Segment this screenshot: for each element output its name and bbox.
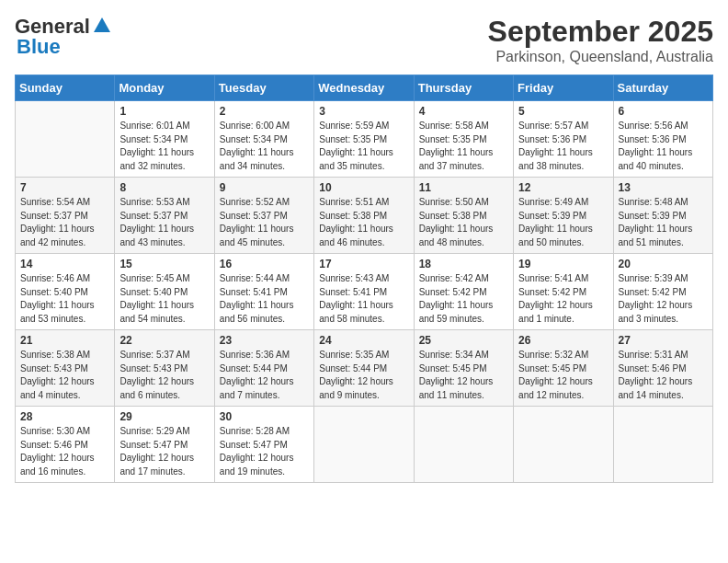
calendar-week-row: 14Sunrise: 5:46 AMSunset: 5:40 PMDayligh… (16, 254, 713, 330)
day-number: 5 (518, 105, 608, 118)
day-header-sunday: Sunday (16, 75, 115, 101)
calendar-cell: 9Sunrise: 5:52 AMSunset: 5:37 PMDaylight… (214, 178, 313, 254)
calendar-cell: 27Sunrise: 5:31 AMSunset: 5:46 PMDayligh… (613, 330, 712, 407)
day-number: 18 (419, 258, 508, 270)
logo: General Blue (15, 15, 112, 59)
calendar-cell: 17Sunrise: 5:43 AMSunset: 5:41 PMDayligh… (314, 254, 414, 330)
calendar-cell: 7Sunrise: 5:54 AMSunset: 5:37 PMDaylight… (16, 178, 115, 254)
title-section: September 2025 Parkinson, Queensland, Au… (488, 15, 713, 65)
calendar-cell (314, 407, 414, 483)
day-header-thursday: Thursday (414, 75, 513, 101)
day-header-wednesday: Wednesday (314, 75, 414, 101)
day-number: 6 (619, 105, 708, 118)
calendar-cell (514, 407, 613, 483)
calendar-table: SundayMondayTuesdayWednesdayThursdayFrid… (15, 75, 713, 483)
calendar-cell: 24Sunrise: 5:35 AMSunset: 5:44 PMDayligh… (314, 330, 414, 407)
calendar-cell (414, 407, 513, 483)
day-number: 13 (619, 181, 708, 194)
day-info: Sunrise: 5:51 AMSunset: 5:38 PMDaylight:… (319, 196, 408, 249)
calendar-cell: 10Sunrise: 5:51 AMSunset: 5:38 PMDayligh… (314, 178, 414, 254)
calendar-cell: 15Sunrise: 5:45 AMSunset: 5:40 PMDayligh… (115, 254, 214, 330)
day-number: 29 (119, 410, 209, 423)
day-info: Sunrise: 5:49 AMSunset: 5:39 PMDaylight:… (518, 196, 608, 249)
day-info: Sunrise: 5:35 AMSunset: 5:44 PMDaylight:… (319, 349, 408, 402)
page-header: General Blue September 2025 Parkinson, Q… (15, 15, 713, 65)
calendar-cell: 6Sunrise: 5:56 AMSunset: 5:36 PMDaylight… (613, 101, 712, 178)
day-header-friday: Friday (514, 75, 613, 101)
day-info: Sunrise: 5:36 AMSunset: 5:44 PMDaylight:… (220, 349, 309, 402)
day-info: Sunrise: 5:37 AMSunset: 5:43 PMDaylight:… (119, 349, 209, 402)
calendar-title: September 2025 (488, 15, 713, 49)
day-number: 3 (319, 105, 408, 118)
day-info: Sunrise: 5:48 AMSunset: 5:39 PMDaylight:… (619, 196, 708, 249)
day-number: 7 (20, 181, 109, 194)
calendar-cell: 30Sunrise: 5:28 AMSunset: 5:47 PMDayligh… (214, 407, 313, 483)
calendar-week-row: 28Sunrise: 5:30 AMSunset: 5:46 PMDayligh… (16, 407, 713, 483)
day-number: 22 (119, 334, 209, 347)
day-number: 21 (20, 334, 109, 347)
day-number: 8 (119, 181, 209, 194)
day-info: Sunrise: 5:54 AMSunset: 5:37 PMDaylight:… (20, 196, 109, 249)
calendar-cell: 28Sunrise: 5:30 AMSunset: 5:46 PMDayligh… (16, 407, 115, 483)
day-header-saturday: Saturday (613, 75, 712, 101)
day-info: Sunrise: 5:43 AMSunset: 5:41 PMDaylight:… (319, 272, 408, 326)
day-info: Sunrise: 5:31 AMSunset: 5:46 PMDaylight:… (619, 349, 708, 402)
day-info: Sunrise: 6:01 AMSunset: 5:34 PMDaylight:… (119, 120, 209, 173)
day-number: 17 (319, 258, 408, 270)
day-info: Sunrise: 5:44 AMSunset: 5:41 PMDaylight:… (220, 272, 309, 326)
calendar-cell: 22Sunrise: 5:37 AMSunset: 5:43 PMDayligh… (115, 330, 214, 407)
calendar-cell: 12Sunrise: 5:49 AMSunset: 5:39 PMDayligh… (514, 178, 613, 254)
day-number: 16 (220, 258, 309, 270)
calendar-cell: 29Sunrise: 5:29 AMSunset: 5:47 PMDayligh… (115, 407, 214, 483)
calendar-cell: 19Sunrise: 5:41 AMSunset: 5:42 PMDayligh… (514, 254, 613, 330)
calendar-cell: 3Sunrise: 5:59 AMSunset: 5:35 PMDaylight… (314, 101, 414, 178)
day-info: Sunrise: 5:52 AMSunset: 5:37 PMDaylight:… (220, 196, 309, 249)
calendar-cell: 26Sunrise: 5:32 AMSunset: 5:45 PMDayligh… (514, 330, 613, 407)
calendar-cell: 18Sunrise: 5:42 AMSunset: 5:42 PMDayligh… (414, 254, 513, 330)
logo-blue: Blue (17, 35, 61, 59)
day-number: 30 (220, 410, 309, 423)
calendar-cell: 5Sunrise: 5:57 AMSunset: 5:36 PMDaylight… (514, 101, 613, 178)
calendar-week-row: 7Sunrise: 5:54 AMSunset: 5:37 PMDaylight… (16, 178, 713, 254)
day-number: 2 (220, 105, 309, 118)
day-info: Sunrise: 5:59 AMSunset: 5:35 PMDaylight:… (319, 120, 408, 173)
day-number: 11 (419, 181, 508, 194)
calendar-cell: 4Sunrise: 5:58 AMSunset: 5:35 PMDaylight… (414, 101, 513, 178)
day-number: 26 (518, 334, 608, 347)
day-info: Sunrise: 6:00 AMSunset: 5:34 PMDaylight:… (220, 120, 309, 173)
day-number: 28 (20, 410, 109, 423)
calendar-cell: 14Sunrise: 5:46 AMSunset: 5:40 PMDayligh… (16, 254, 115, 330)
day-number: 19 (518, 258, 608, 270)
calendar-cell: 23Sunrise: 5:36 AMSunset: 5:44 PMDayligh… (214, 330, 313, 407)
day-info: Sunrise: 5:46 AMSunset: 5:40 PMDaylight:… (20, 272, 109, 326)
day-info: Sunrise: 5:58 AMSunset: 5:35 PMDaylight:… (419, 120, 508, 173)
day-info: Sunrise: 5:41 AMSunset: 5:42 PMDaylight:… (518, 272, 608, 326)
calendar-cell: 25Sunrise: 5:34 AMSunset: 5:45 PMDayligh… (414, 330, 513, 407)
calendar-cell: 16Sunrise: 5:44 AMSunset: 5:41 PMDayligh… (214, 254, 313, 330)
day-number: 27 (619, 334, 708, 347)
calendar-week-row: 21Sunrise: 5:38 AMSunset: 5:43 PMDayligh… (16, 330, 713, 407)
day-info: Sunrise: 5:42 AMSunset: 5:42 PMDaylight:… (419, 272, 508, 326)
day-number: 23 (220, 334, 309, 347)
day-number: 14 (20, 258, 109, 270)
calendar-cell: 8Sunrise: 5:53 AMSunset: 5:37 PMDaylight… (115, 178, 214, 254)
logo-icon (92, 16, 112, 38)
day-number: 4 (419, 105, 508, 118)
day-number: 12 (518, 181, 608, 194)
day-header-tuesday: Tuesday (214, 75, 313, 101)
svg-marker-0 (94, 17, 110, 32)
day-number: 15 (119, 258, 209, 270)
calendar-cell: 13Sunrise: 5:48 AMSunset: 5:39 PMDayligh… (613, 178, 712, 254)
calendar-cell (16, 101, 115, 178)
day-info: Sunrise: 5:34 AMSunset: 5:45 PMDaylight:… (419, 349, 508, 402)
day-info: Sunrise: 5:38 AMSunset: 5:43 PMDaylight:… (20, 349, 109, 402)
day-number: 1 (119, 105, 209, 118)
day-info: Sunrise: 5:57 AMSunset: 5:36 PMDaylight:… (518, 120, 608, 173)
calendar-cell (613, 407, 712, 483)
calendar-cell: 11Sunrise: 5:50 AMSunset: 5:38 PMDayligh… (414, 178, 513, 254)
calendar-week-row: 1Sunrise: 6:01 AMSunset: 5:34 PMDaylight… (16, 101, 713, 178)
calendar-cell: 1Sunrise: 6:01 AMSunset: 5:34 PMDaylight… (115, 101, 214, 178)
day-info: Sunrise: 5:53 AMSunset: 5:37 PMDaylight:… (119, 196, 209, 249)
calendar-header-row: SundayMondayTuesdayWednesdayThursdayFrid… (16, 75, 713, 101)
calendar-cell: 20Sunrise: 5:39 AMSunset: 5:42 PMDayligh… (613, 254, 712, 330)
